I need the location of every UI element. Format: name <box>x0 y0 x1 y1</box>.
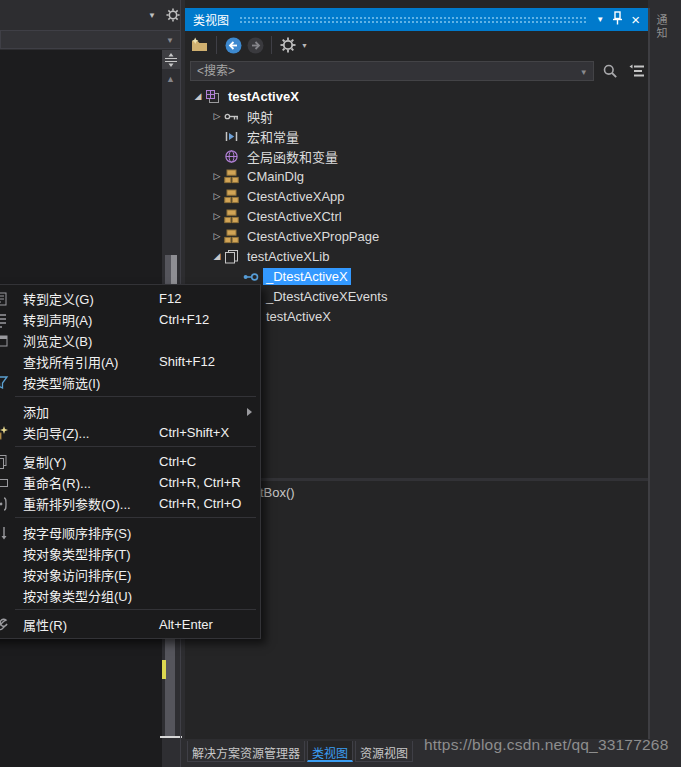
expander-collapsed-icon[interactable]: ▷ <box>210 231 224 241</box>
search-row: ▼ <box>185 60 648 82</box>
forward-icon[interactable] <box>244 34 266 56</box>
toolbar-separator <box>216 36 217 54</box>
tree-row[interactable]: ▷CtestActiveXCtrl <box>185 206 645 226</box>
menu-item[interactable]: 浏览定义(B) <box>0 330 260 351</box>
tree-item-label[interactable]: _DtestActiveXEvents <box>263 288 390 305</box>
back-icon[interactable] <box>222 34 244 56</box>
search-box[interactable]: ▼ <box>190 61 594 81</box>
menu-item[interactable]: 属性(R)Alt+Enter <box>0 614 260 635</box>
tree-row[interactable]: 全局函数和变量 <box>185 146 645 166</box>
menu-item[interactable]: 重新排列参数(O)...Ctrl+R, Ctrl+O <box>0 493 260 514</box>
bottom-tab-resource-view[interactable]: 资源视图 <box>355 741 413 762</box>
editor-navigation-bar: ▼ <box>0 0 181 30</box>
library-icon <box>224 249 240 264</box>
tree-item-label[interactable]: 宏和常量 <box>244 126 302 147</box>
peek-definition-icon <box>0 333 9 349</box>
filter-icon <box>0 375 9 391</box>
class-view-titlebar[interactable]: 类视图 ▼ × <box>185 8 648 31</box>
tree-row[interactable]: _DtestActiveX <box>185 266 645 286</box>
tree-item-label[interactable]: CtestActiveXApp <box>244 188 348 205</box>
menu-item-shortcut: Ctrl+F12 <box>159 312 209 327</box>
tree-item-label[interactable]: 全局函数和变量 <box>244 146 341 167</box>
expander-collapsed-icon[interactable]: ▷ <box>210 191 224 201</box>
tree-row[interactable]: ▷CMainDlg <box>185 166 645 186</box>
tree-row[interactable]: ◢testActiveXLib <box>185 246 645 266</box>
class-wizard-icon <box>0 425 9 441</box>
chevron-down-icon[interactable]: ▼ <box>148 11 156 20</box>
goto-declaration-icon <box>0 312 9 328</box>
copy-icon <box>0 454 9 470</box>
submenu-arrow-icon <box>247 408 252 416</box>
menu-separator <box>15 396 256 397</box>
menu-separator <box>15 446 256 447</box>
chevron-down-icon[interactable]: ▼ <box>301 42 308 49</box>
tree-item-label[interactable]: 映射 <box>244 106 276 127</box>
bottom-tab-class-view[interactable]: 类视图 <box>307 741 353 762</box>
menu-item[interactable]: az按字母顺序排序(S) <box>0 522 260 543</box>
tree-item-label[interactable]: testActiveX <box>225 88 302 105</box>
editor-scope-dropdown[interactable]: ▼ <box>0 30 181 49</box>
menu-item[interactable]: 按对象访问排序(E) <box>0 564 260 585</box>
gear-icon[interactable] <box>166 8 180 26</box>
tree-row[interactable]: ▷CtestActiveXApp <box>185 186 645 206</box>
menu-item-label: 按对象访问排序(E) <box>23 565 131 584</box>
expander-expanded-icon[interactable]: ◢ <box>191 91 205 101</box>
expander-expanded-icon[interactable]: ◢ <box>210 251 224 261</box>
menu-item-shortcut: Ctrl+C <box>159 454 196 469</box>
scrollbar-up-arrow-icon[interactable]: ▲ <box>166 74 175 84</box>
menu-item[interactable]: 添加 <box>0 401 260 422</box>
gear-icon[interactable] <box>277 34 299 56</box>
tree-item-label[interactable]: testActiveXLib <box>244 248 332 265</box>
notifications-side-tab[interactable]: 通知 <box>652 8 669 46</box>
menu-item-label: 按对象类型排序(T) <box>23 544 131 563</box>
menu-item-label: 添加 <box>23 402 49 421</box>
menu-item[interactable]: 按类型筛选(I) <box>0 372 260 393</box>
class-icon <box>224 229 240 244</box>
menu-item-label: 属性(R) <box>23 615 67 634</box>
sort-alpha-icon: az <box>0 525 9 541</box>
tree-item-label[interactable]: CMainDlg <box>244 168 307 185</box>
menu-item-label: 复制(Y) <box>23 452 66 471</box>
expander-collapsed-icon[interactable]: ▷ <box>210 211 224 221</box>
key-icon <box>224 109 240 124</box>
close-icon[interactable]: × <box>631 14 640 26</box>
chevron-down-icon[interactable]: ▼ <box>580 68 588 77</box>
expander-collapsed-icon[interactable]: ▷ <box>210 171 224 181</box>
tree-row[interactable]: ◢testActiveX <box>185 86 645 106</box>
tree-item-label[interactable]: _DtestActiveX <box>263 268 351 285</box>
menu-item[interactable]: 类向导(Z)...Ctrl+Shift+X <box>0 422 260 443</box>
menu-item[interactable]: 转到声明(A)Ctrl+F12 <box>0 309 260 330</box>
tree-item-label[interactable]: CtestActiveXCtrl <box>244 208 345 225</box>
window-position-caret-icon[interactable]: ▼ <box>596 15 604 24</box>
menu-item-shortcut: Ctrl+Shift+X <box>159 425 229 440</box>
tree-item-label[interactable]: testActiveX <box>263 308 334 325</box>
menu-item-label: 重新排列参数(O)... <box>23 494 131 513</box>
menu-separator <box>15 609 256 610</box>
tree-row[interactable]: ▷映射 <box>185 106 645 126</box>
globe-icon <box>224 149 240 164</box>
panel-right-border <box>648 8 650 739</box>
tree-row[interactable]: ▷CtestActiveXPropPage <box>185 226 645 246</box>
member-item[interactable]: tBox() <box>260 485 295 500</box>
editor-splitter-handle[interactable] <box>162 50 180 69</box>
menu-item[interactable]: 查找所有引用(A)Shift+F12 <box>0 351 260 372</box>
menu-separator <box>15 517 256 518</box>
menu-item[interactable]: 重命名(R)...Ctrl+R, Ctrl+R <box>0 472 260 493</box>
menu-item-label: 按字母顺序排序(S) <box>23 523 131 542</box>
menu-item[interactable]: 按对象类型排序(T) <box>0 543 260 564</box>
class-icon <box>224 189 240 204</box>
new-folder-icon[interactable] <box>189 34 211 56</box>
tree-row[interactable]: 宏和常量 <box>185 126 645 146</box>
expander-collapsed-icon[interactable]: ▷ <box>210 111 224 121</box>
context-menu: 转到定义(G)F12转到声明(A)Ctrl+F12浏览定义(B)查找所有引用(A… <box>0 284 261 639</box>
search-icon[interactable] <box>599 60 621 82</box>
menu-item-shortcut: Ctrl+R, Ctrl+O <box>159 496 241 511</box>
menu-item[interactable]: 转到定义(G)F12 <box>0 288 260 309</box>
pin-icon[interactable] <box>612 11 623 29</box>
menu-item[interactable]: 复制(Y)Ctrl+C <box>0 451 260 472</box>
menu-item[interactable]: 按对象类型分组(U) <box>0 585 260 606</box>
search-input[interactable] <box>191 62 593 80</box>
view-settings-icon[interactable] <box>626 60 648 82</box>
bottom-tab-solution-explorer[interactable]: 解决方案资源管理器 <box>187 741 305 762</box>
tree-item-label[interactable]: CtestActiveXPropPage <box>244 228 382 245</box>
